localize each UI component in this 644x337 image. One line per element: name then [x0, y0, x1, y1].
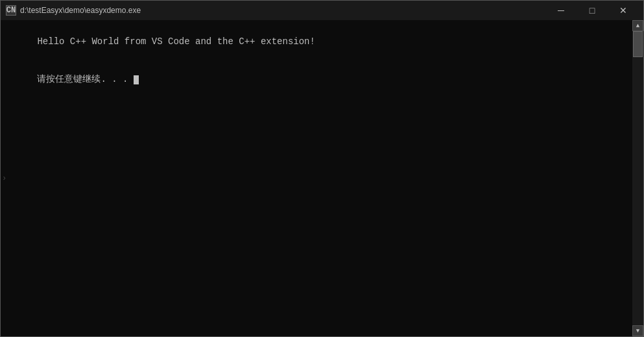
console-body[interactable]: Hello C++ World from VS Code and the C++… — [1, 20, 643, 336]
scroll-thumb[interactable] — [633, 31, 643, 57]
left-indicator: › — [1, 174, 6, 183]
terminal-window: CN d:\testEasyx\demo\easyxdemo.exe ─ □ ✕… — [0, 0, 644, 337]
minimize-button[interactable]: ─ — [546, 1, 576, 20]
vertical-scrollbar[interactable]: ▲ ▼ — [632, 20, 643, 336]
output-line1: Hello C++ World from VS Code and the C++… — [37, 36, 315, 47]
scroll-track[interactable] — [632, 31, 643, 325]
titlebar: CN d:\testEasyx\demo\easyxdemo.exe ─ □ ✕ — [1, 1, 643, 20]
titlebar-left: CN d:\testEasyx\demo\easyxdemo.exe — [6, 5, 141, 16]
window-controls: ─ □ ✕ — [546, 1, 638, 20]
scroll-down-arrow[interactable]: ▼ — [632, 325, 643, 336]
cursor — [134, 75, 139, 84]
output-line2: 请按任意键继续. . . — [37, 74, 133, 84]
maximize-button[interactable]: □ — [577, 1, 607, 20]
window-title: d:\testEasyx\demo\easyxdemo.exe — [20, 6, 141, 15]
scroll-up-arrow[interactable]: ▲ — [632, 20, 643, 31]
terminal-icon: CN — [6, 5, 16, 16]
close-button[interactable]: ✕ — [608, 1, 638, 20]
console-output: Hello C++ World from VS Code and the C++… — [1, 20, 643, 102]
